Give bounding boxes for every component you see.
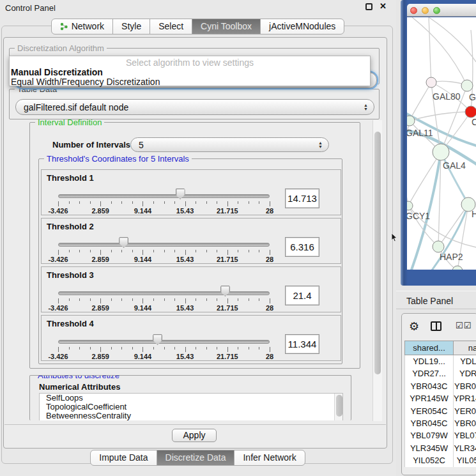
table-row[interactable]: YBR043CYBR043C	[405, 380, 476, 392]
cell-shared-name[interactable]: YDL19...	[405, 355, 454, 367]
cell-shared-name[interactable]: YBR045C	[405, 417, 454, 429]
number-of-intervals-combobox[interactable]: 5 ▲▼	[130, 137, 329, 152]
node-label: GAL4	[443, 160, 466, 171]
cell-name[interactable]: YIL052C	[454, 454, 476, 466]
column-header-shared-name[interactable]: shared...	[405, 341, 454, 355]
apply-button[interactable]: Apply	[172, 429, 217, 442]
table-row[interactable]: YDL19...YDL19	[405, 355, 476, 367]
network-edge[interactable]	[412, 17, 467, 86]
table-data-combobox[interactable]: galFiltered.sif default node ▲▼	[15, 99, 374, 115]
slider-scale-label: -3.426	[48, 353, 68, 360]
slider-scale-label: 15.43	[176, 353, 194, 360]
slider-tick	[132, 298, 133, 301]
network-node-gcy1[interactable]	[407, 201, 413, 210]
settings-scrollbar-thumb[interactable]	[374, 132, 381, 374]
column-header-name[interactable]: na	[454, 341, 476, 355]
table-panel-titlebar: Table Panel	[396, 291, 476, 309]
table-row[interactable]: YIL052CYIL052C	[405, 454, 476, 466]
minimize-traffic-light[interactable]	[422, 7, 429, 14]
tab-select[interactable]: Select	[150, 19, 192, 35]
slider-tick	[79, 201, 80, 204]
slider-scale-label: 21.715	[217, 353, 238, 360]
table-row[interactable]: YLR345WYLR345W	[405, 442, 476, 454]
network-window-titlebar[interactable]	[407, 4, 476, 17]
cell-name[interactable]: YLR345W	[454, 442, 476, 454]
node-label: H	[472, 209, 476, 219]
cell-name[interactable]: YDR27	[454, 367, 476, 380]
threshold-4-value-field[interactable]: 11.344	[285, 334, 319, 354]
table-row[interactable]: YPR145WYPR145W	[405, 392, 476, 404]
mouse-cursor	[391, 233, 399, 242]
network-edge[interactable]	[410, 82, 431, 121]
network-node[interactable]	[452, 266, 463, 270]
threshold-4-slider-track[interactable]	[58, 340, 270, 344]
network-node-hap2[interactable]	[433, 241, 444, 252]
network-node-gal3[interactable]	[461, 80, 473, 91]
list-item-selfloops[interactable]: SelfLoops	[40, 394, 342, 403]
cell-shared-name[interactable]: YBR043C	[405, 380, 454, 392]
cell-shared-name[interactable]: YDR27...	[405, 367, 454, 380]
cell-name[interactable]: YBL079W	[454, 429, 476, 441]
close-icon[interactable]: ✕	[380, 1, 387, 11]
attributes-list-scrollbar[interactable]	[334, 394, 342, 420]
attributes-scrollbar-thumb[interactable]	[336, 395, 342, 417]
threshold-2-slider-track[interactable]	[58, 243, 270, 247]
zoom-traffic-light[interactable]	[433, 7, 440, 14]
dropdown-hint-item[interactable]: Select algorithm to view settings	[10, 58, 370, 68]
cell-name[interactable]: YBR043C	[454, 380, 476, 392]
table-row[interactable]: YBR045CYBR045C	[405, 417, 476, 429]
cell-shared-name[interactable]: YBL079W	[405, 429, 454, 441]
threshold-4-row: Threshold 4 -3.4262.8599.14415.4321.7152…	[41, 315, 341, 361]
close-traffic-light[interactable]	[410, 7, 417, 14]
threshold-1-label: Threshold 1	[47, 173, 94, 183]
table-row[interactable]: YBL079WYBL079W	[405, 429, 476, 441]
table-row[interactable]: YDR27...YDR27	[405, 367, 476, 380]
threshold-1-slider-track[interactable]	[58, 194, 270, 198]
button-bar-separator	[4, 424, 386, 425]
cell-name[interactable]: YPR145W	[454, 392, 476, 404]
cell-shared-name[interactable]: YLR345W	[405, 442, 454, 454]
list-item-topologicalcoefficient[interactable]: TopologicalCoefficient	[40, 403, 342, 411]
threshold-coordinates-group: Threshold's Coordinates for 5 Intervals …	[38, 158, 342, 364]
network-node-gal4[interactable]	[433, 144, 449, 160]
tab-discretize-data[interactable]: Discretize Data	[157, 450, 235, 466]
tab-style[interactable]: Style	[112, 19, 150, 35]
cell-name[interactable]: YBR045C	[454, 417, 476, 429]
slider-tick	[238, 298, 238, 301]
tab-infer-network[interactable]: Infer Network	[234, 450, 305, 466]
slider-tick	[142, 347, 143, 352]
cell-shared-name[interactable]: YER054C	[405, 405, 454, 417]
tab-network[interactable]: Network	[51, 19, 113, 35]
threshold-1-value-field[interactable]: 14.713	[285, 188, 319, 208]
float-window-icon[interactable]	[365, 3, 372, 10]
table-row[interactable]: YER054CYER054C	[405, 405, 476, 417]
list-item-betweennesscentrality[interactable]: BetweennessCentrality	[40, 411, 342, 420]
gear-icon[interactable]: ⚙	[409, 319, 419, 334]
tab-cyni-toolbox[interactable]: Cyni Toolbox	[192, 19, 261, 35]
network-node-gal80[interactable]	[426, 77, 436, 88]
settings-scrollbar[interactable]	[372, 120, 382, 421]
combo-arrows-icon: ▲▼	[364, 100, 368, 114]
cell-shared-name[interactable]: YPR145W	[405, 392, 454, 404]
cell-shared-name[interactable]: YIL052C	[405, 454, 454, 466]
network-node-gal11[interactable]	[407, 116, 415, 126]
cell-name[interactable]: YDL19	[454, 355, 476, 367]
tab-jactivemnodules[interactable]: jActiveMNodules	[260, 19, 344, 35]
cell-name[interactable]: YER054C	[454, 405, 476, 417]
network-edge[interactable]	[429, 17, 431, 82]
tab-impute-data[interactable]: Impute Data	[90, 450, 157, 466]
threshold-3-slider-track[interactable]	[58, 291, 270, 295]
dropdown-item-manual-discretization[interactable]: Manual Discretization	[10, 68, 370, 77]
select-checkboxes-icon[interactable]: ☑☑	[456, 321, 472, 330]
threshold-4-label: Threshold 4	[47, 319, 94, 328]
node-table: shared... na YDL19...YDL19YDR27...YDR27Y…	[404, 341, 476, 467]
network-node[interactable]	[465, 106, 476, 118]
threshold-2-value-field[interactable]: 6.316	[285, 237, 319, 257]
columns-icon[interactable]	[431, 321, 441, 331]
table-body: YDL19...YDL19YDR27...YDR27YBR043CYBR043C…	[404, 355, 476, 467]
slider-tick	[174, 250, 175, 252]
node-label: GAL11	[407, 128, 433, 138]
dropdown-item-equal-width-frequency[interactable]: Equal Width/Frequency Discretization	[10, 77, 370, 87]
threshold-3-value-field[interactable]: 21.4	[285, 286, 319, 305]
network-canvas[interactable]: GAL80GAL3GAL11GAL4GCY1HHAP2C	[407, 17, 476, 270]
